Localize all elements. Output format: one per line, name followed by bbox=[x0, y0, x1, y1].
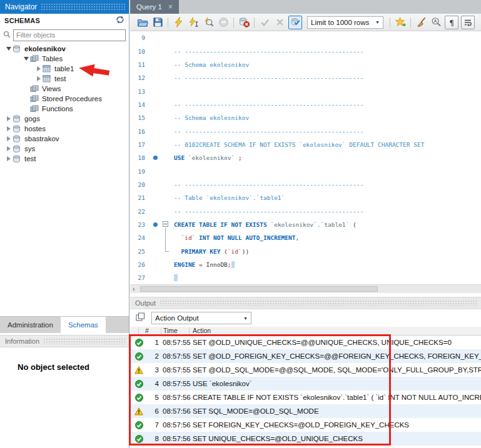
expander-open-icon[interactable] bbox=[5, 47, 13, 51]
autocommit-toggle-icon[interactable] bbox=[288, 16, 302, 29]
stop-on-error-icon[interactable] bbox=[236, 16, 251, 29]
editor-line-14[interactable]: 14-- -----------------------------------… bbox=[130, 98, 481, 111]
tree-item-sys[interactable]: sys bbox=[0, 144, 128, 154]
scroll-left-arrow-icon[interactable]: ‹ bbox=[133, 285, 135, 293]
tree-item-sbastrakov[interactable]: sbastrakov bbox=[0, 134, 128, 144]
close-tab-icon[interactable]: × bbox=[168, 3, 173, 11]
editor-line-18[interactable]: 18USE `ekolesnikov` ; bbox=[130, 151, 481, 164]
editor-line-22[interactable]: 22-- -----------------------------------… bbox=[130, 204, 481, 217]
row-time: 08:57:56 bbox=[163, 407, 191, 415]
schema-icon bbox=[13, 135, 23, 143]
line-number: 21 bbox=[130, 194, 150, 201]
tree-item-label: hostes bbox=[23, 125, 46, 132]
line-number: 22 bbox=[130, 208, 150, 215]
fold-spacer bbox=[160, 31, 171, 44]
information-header[interactable]: Information bbox=[0, 335, 129, 347]
expander-closed-icon[interactable] bbox=[35, 76, 43, 81]
editor-line-9[interactable]: 9 bbox=[130, 31, 481, 44]
editor-line-20[interactable]: 20-- -----------------------------------… bbox=[130, 178, 481, 191]
editor-line-17[interactable]: 17-- 0102CREATE SCHEMA IF NOT EXISTS `ek… bbox=[130, 138, 481, 151]
editor-line-11[interactable]: 11-- Schema ekolesnikov bbox=[130, 58, 481, 71]
output-row-3[interactable]: 308:57:55SET @OLD_SQL_MODE=@@SQL_MODE, S… bbox=[130, 363, 481, 377]
expander-closed-icon[interactable] bbox=[5, 136, 13, 141]
tree-item-functions[interactable]: Functions bbox=[0, 104, 128, 114]
tree-item-table1[interactable]: table1 bbox=[0, 64, 128, 74]
fold-indicator[interactable] bbox=[160, 218, 171, 231]
tab-query-1[interactable]: Query 1 × bbox=[130, 0, 179, 14]
expander-closed-icon[interactable] bbox=[35, 66, 43, 71]
editor-line-21[interactable]: 21-- Table `ekolesnikov`.`table1` bbox=[130, 191, 481, 204]
tree-item-test[interactable]: test bbox=[0, 74, 128, 84]
editor-line-23[interactable]: 23CREATE TABLE IF NOT EXISTS `ekolesniko… bbox=[130, 218, 481, 231]
editor-line-24[interactable]: 24 `id` INT NOT NULL AUTO_INCREMENT, bbox=[130, 231, 481, 244]
explain-icon[interactable] bbox=[201, 16, 216, 29]
editor-line-16[interactable]: 16-- -----------------------------------… bbox=[130, 124, 481, 137]
navigator-header[interactable]: Navigator bbox=[0, 0, 129, 14]
output-row-4[interactable]: 408:57:55USE `ekolesnikov` bbox=[130, 377, 481, 391]
save-script-icon[interactable] bbox=[150, 16, 165, 29]
row-action: CREATE TABLE IF NOT EXISTS `ekolesnikov`… bbox=[193, 394, 481, 401]
output-row-5[interactable]: 508:57:56CREATE TABLE IF NOT EXISTS `eko… bbox=[130, 391, 481, 404]
navigator-header-texture bbox=[41, 3, 125, 11]
row-action: SET SQL_MODE=@OLD_SQL_MODE bbox=[193, 407, 319, 415]
fold-spacer bbox=[160, 58, 171, 71]
output-row-6[interactable]: 608:57:56SET SQL_MODE=@OLD_SQL_MODE bbox=[130, 404, 481, 418]
sql-editor[interactable]: 910-- ----------------------------------… bbox=[130, 31, 481, 284]
wrap-text-icon[interactable] bbox=[461, 16, 475, 29]
tree-item-stored-procedures[interactable]: Stored Procedures bbox=[0, 94, 128, 104]
editor-line-15[interactable]: 15-- Schema ekolesnikov bbox=[130, 111, 481, 124]
editor-line-26[interactable]: 26ENGINE = InnoDB; bbox=[130, 258, 481, 271]
expander-open-icon[interactable] bbox=[23, 57, 30, 61]
success-icon bbox=[130, 421, 148, 429]
tree-item-test[interactable]: test bbox=[0, 154, 128, 164]
row-index: 3 bbox=[148, 366, 159, 374]
tree-item-gogs[interactable]: gogs bbox=[0, 114, 128, 124]
output-row-7[interactable]: 708:57:56SET FOREIGN_KEY_CHECKS=@OLD_FOR… bbox=[130, 418, 481, 432]
warning-icon bbox=[130, 407, 148, 416]
row-index: 2 bbox=[148, 352, 159, 360]
editor-line-27[interactable]: 27 bbox=[130, 271, 481, 284]
tree-item-hostes[interactable]: hostes bbox=[0, 124, 128, 134]
editor-line-19[interactable]: 19 bbox=[130, 164, 481, 177]
show-invisibles-icon[interactable]: ¶ bbox=[445, 16, 458, 29]
line-number: 24 bbox=[130, 234, 150, 241]
editor-horizontal-scrollbar[interactable]: ‹ bbox=[130, 284, 481, 293]
row-action: SET @OLD_SQL_MODE=@@SQL_MODE, SQL_MODE='… bbox=[193, 366, 481, 374]
fold-spacer bbox=[160, 258, 171, 271]
stop-icon[interactable] bbox=[216, 16, 231, 29]
information-title: Information bbox=[5, 337, 39, 345]
no-object-selected-text: No object selected bbox=[18, 362, 89, 372]
output-view-selector[interactable]: Action Output ▼ bbox=[151, 312, 251, 324]
tab-administration[interactable]: Administration bbox=[0, 317, 61, 333]
expander-closed-icon[interactable] bbox=[5, 156, 13, 161]
scrollbar-thumb[interactable] bbox=[140, 286, 378, 292]
beautify-icon[interactable] bbox=[413, 16, 428, 29]
editor-line-10[interactable]: 10-- -----------------------------------… bbox=[130, 44, 481, 57]
output-panel-header[interactable]: Output bbox=[130, 297, 481, 309]
editor-line-12[interactable]: 12-- -----------------------------------… bbox=[130, 71, 481, 84]
commit-icon[interactable] bbox=[257, 16, 272, 29]
line-code: -- Schema ekolesnikov bbox=[171, 61, 249, 68]
tree-item-views[interactable]: Views bbox=[0, 84, 128, 94]
output-row-1[interactable]: 108:57:55SET @OLD_UNIQUE_CHECKS=@@UNIQUE… bbox=[130, 336, 481, 349]
limit-rows-selector[interactable]: Limit to 1000 rows▼ bbox=[307, 16, 383, 29]
filter-input[interactable] bbox=[13, 29, 126, 41]
open-script-icon[interactable] bbox=[135, 16, 150, 29]
expander-closed-icon[interactable] bbox=[5, 126, 13, 131]
tree-item-ekolesnikov[interactable]: ekolesnikov bbox=[0, 44, 128, 54]
execute-current-icon[interactable] bbox=[186, 16, 201, 29]
refresh-schemas-icon[interactable] bbox=[116, 15, 124, 26]
find-icon[interactable]: A bbox=[428, 16, 443, 29]
tab-schemas[interactable]: Schemas bbox=[61, 317, 106, 333]
tree-item-tables[interactable]: Tables bbox=[0, 54, 128, 64]
output-row-8[interactable]: 808:57:56SET UNIQUE_CHECKS=@OLD_UNIQUE_C… bbox=[130, 432, 481, 446]
execute-icon[interactable] bbox=[171, 16, 186, 29]
editor-line-13[interactable]: 13 bbox=[130, 84, 481, 97]
rollback-icon[interactable] bbox=[272, 16, 287, 29]
line-number: 26 bbox=[130, 261, 150, 268]
expander-closed-icon[interactable] bbox=[5, 116, 13, 121]
editor-line-25[interactable]: 25 PRIMARY KEY (`id`)) bbox=[130, 245, 481, 258]
save-snippet-icon[interactable] bbox=[393, 16, 408, 29]
expander-closed-icon[interactable] bbox=[5, 146, 13, 151]
output-row-2[interactable]: 208:57:55SET @OLD_FOREIGN_KEY_CHECKS=@@F… bbox=[130, 349, 481, 363]
